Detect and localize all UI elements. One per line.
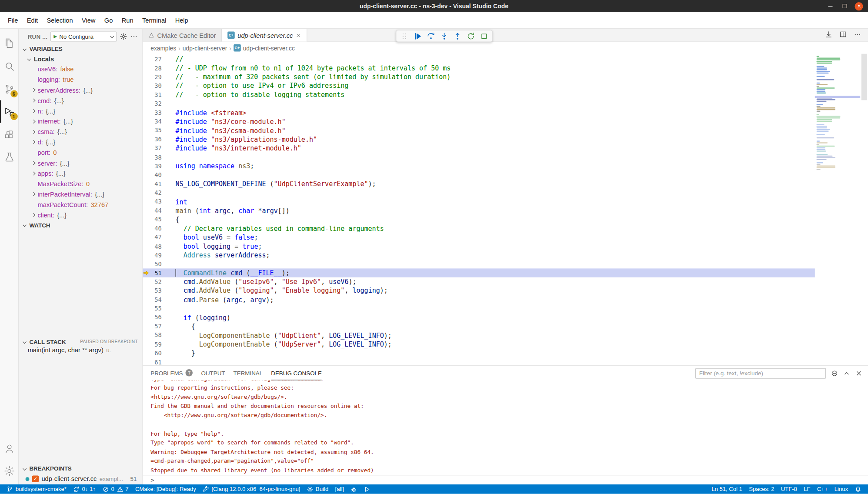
menu-file[interactable]: File: [3, 15, 23, 26]
code-line[interactable]: 38: [143, 153, 815, 161]
status-indentation[interactable]: Spaces: 2: [746, 484, 778, 494]
breakpoint-checkbox[interactable]: ✓: [32, 475, 39, 482]
line-number[interactable]: 54: [150, 296, 162, 304]
activity-testing[interactable]: [0, 146, 19, 168]
menu-edit[interactable]: Edit: [23, 15, 43, 26]
line-number[interactable]: 44: [150, 207, 162, 214]
code-line[interactable]: 51 CommandLine cmd (__FILE__);: [143, 269, 815, 277]
clear-console-icon[interactable]: [831, 370, 838, 377]
code-line[interactable]: 46 // Declare variables used in command-…: [143, 224, 815, 233]
line-number[interactable]: 42: [150, 189, 162, 197]
drag-handle-icon[interactable]: [400, 32, 408, 40]
code-line[interactable]: 56 if (logging): [143, 313, 815, 322]
activity-accounts[interactable]: [0, 437, 19, 459]
line-number[interactable]: 50: [150, 260, 162, 268]
panel-tab-output[interactable]: OUTPUT: [201, 366, 225, 380]
activity-search[interactable]: [0, 55, 19, 77]
status-git-branch[interactable]: buildsystem-cmake*: [3, 484, 70, 494]
status-cmake-debug[interactable]: [347, 484, 361, 494]
variable-row[interactable]: maxPacketCount:32767: [19, 200, 142, 210]
code-line[interactable]: 40: [143, 170, 815, 179]
breakpoints-section-header[interactable]: BREAKPOINTS: [19, 463, 142, 473]
split-editor-icon[interactable]: [839, 30, 847, 40]
continue-button[interactable]: [414, 32, 422, 40]
status-end-of-line[interactable]: LF: [801, 484, 814, 494]
line-number[interactable]: 31: [150, 91, 162, 99]
status-problems[interactable]: 07: [99, 484, 132, 494]
status-cmake-launch[interactable]: [361, 484, 374, 494]
close-button[interactable]: [855, 2, 863, 10]
console-filter-input[interactable]: [695, 368, 826, 378]
activity-settings[interactable]: [0, 460, 19, 482]
line-number[interactable]: 39: [150, 163, 162, 170]
line-number[interactable]: 53: [150, 287, 162, 295]
code-line[interactable]: 32: [143, 99, 815, 108]
code-line[interactable]: 42: [143, 188, 815, 197]
status-cmake-status[interactable]: CMake: [Debug]: Ready: [132, 484, 199, 494]
line-number[interactable]: 35: [150, 127, 162, 134]
variable-row[interactable]: apps:{...}: [19, 168, 142, 179]
menu-go[interactable]: Go: [100, 15, 117, 26]
code-line[interactable]: 43int: [143, 197, 815, 206]
code-line[interactable]: 57 {: [143, 322, 815, 331]
variable-row[interactable]: port:0: [19, 147, 142, 158]
call-stack-section-header[interactable]: CALL STACK PAUSED ON BREAKPOINT: [19, 337, 142, 347]
variable-row[interactable]: MaxPacketSize:0: [19, 179, 142, 189]
code-line[interactable]: 37#include "ns3/internet-module.h": [143, 144, 815, 153]
line-number[interactable]: 43: [150, 198, 162, 206]
code-line[interactable]: 28// - UDP flow from n0 to n1 of 1024 by…: [143, 64, 815, 73]
variables-scope-locals[interactable]: Locals: [19, 53, 142, 64]
editor-tab[interactable]: CMake Cache Editor: [143, 29, 222, 41]
code-line[interactable]: 61: [143, 358, 815, 366]
code-line[interactable]: 47 bool useV6 = false;: [143, 233, 815, 242]
line-number[interactable]: 56: [150, 314, 162, 321]
variable-row[interactable]: interPacketInterval:{...}: [19, 189, 142, 200]
scrollbar-thumb[interactable]: [861, 53, 867, 100]
menu-help[interactable]: Help: [170, 15, 192, 26]
code-line[interactable]: 27//: [143, 55, 815, 63]
panel-tab-problems[interactable]: PROBLEMS7: [150, 366, 193, 380]
code-line[interactable]: 54 cmd.Parse (argc, argv);: [143, 295, 815, 304]
code-line[interactable]: 35#include "ns3/csma-module.h": [143, 126, 815, 135]
line-number[interactable]: 40: [150, 171, 162, 179]
line-number[interactable]: 47: [150, 234, 162, 241]
variable-row[interactable]: internet:{...}: [19, 116, 142, 127]
line-number[interactable]: 46: [150, 225, 162, 232]
stop-button[interactable]: [480, 32, 488, 40]
line-number[interactable]: 60: [150, 350, 162, 357]
code-line[interactable]: 29// - maximum of 320 packets sent (or l…: [143, 73, 815, 81]
close-panel-icon[interactable]: [855, 370, 863, 377]
line-number[interactable]: 55: [150, 305, 162, 313]
variable-row[interactable]: server:{...}: [19, 158, 142, 168]
line-number[interactable]: 51: [150, 270, 162, 277]
editor-tab[interactable]: C+udp-client-server.cc: [222, 29, 307, 41]
line-number[interactable]: 48: [150, 243, 162, 250]
more-actions-icon[interactable]: [854, 30, 861, 40]
line-number[interactable]: 36: [150, 136, 162, 143]
maximize-panel-icon[interactable]: [843, 370, 851, 377]
status-cursor-position[interactable]: Ln 51, Col 1: [708, 484, 746, 494]
line-number[interactable]: 45: [150, 216, 162, 224]
breadcrumb-item[interactable]: udp-client-server: [183, 44, 227, 51]
stack-frame[interactable]: main(int argc, char ** argv)u.: [19, 347, 142, 357]
code-editor[interactable]: 27//28// - UDP flow from n0 to n1 of 102…: [143, 53, 868, 365]
status-language-mode[interactable]: C++: [814, 484, 831, 494]
menu-selection[interactable]: Selection: [42, 15, 77, 26]
variable-row[interactable]: serverAddress:{...}: [19, 85, 142, 96]
activity-run-and-debug[interactable]: 1: [0, 100, 19, 123]
status-os[interactable]: Linux: [831, 484, 851, 494]
code-line[interactable]: 52 cmd.AddValue ("useIpv6", "Use Ipv6", …: [143, 277, 815, 286]
line-number[interactable]: 41: [150, 180, 162, 188]
code-line[interactable]: 36#include "ns3/applications-module.h": [143, 135, 815, 144]
activity-explorer[interactable]: [0, 32, 19, 55]
status-cmake-kit[interactable]: [Clang 12.0.0 x86_64-pc-linux-gnu]: [199, 484, 304, 494]
line-number[interactable]: 49: [150, 252, 162, 259]
editor-scrollbar[interactable]: [860, 53, 868, 365]
status-cmake-build-target[interactable]: [all]: [332, 484, 347, 494]
code-line[interactable]: 55: [143, 304, 815, 313]
line-number[interactable]: 58: [150, 332, 162, 339]
open-changes-icon[interactable]: [825, 30, 833, 40]
variable-row[interactable]: csma:{...}: [19, 127, 142, 137]
activity-source-control[interactable]: 6: [0, 77, 19, 100]
code-line[interactable]: 30// - option to use IPv4 or IPv6 addres…: [143, 81, 815, 90]
